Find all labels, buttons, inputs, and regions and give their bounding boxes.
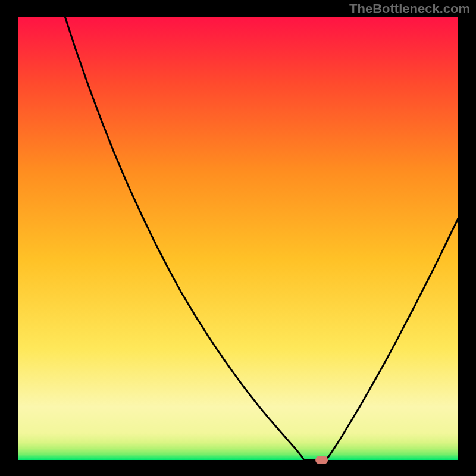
optimal-marker [315,456,328,464]
watermark-text: TheBottleneck.com [349,1,470,17]
gradient-background [18,17,458,460]
chart-frame: { "watermark": "TheBottleneck.com", "cha… [0,0,476,476]
bottleneck-chart [0,0,476,476]
